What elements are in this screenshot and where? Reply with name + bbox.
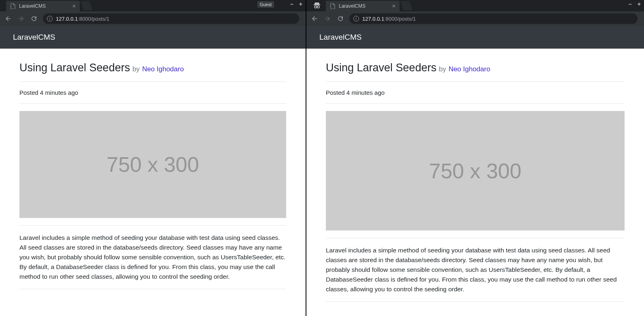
divider: [326, 81, 625, 82]
divider: [19, 225, 286, 226]
svg-point-1: [315, 6, 317, 8]
browser-tab[interactable]: LaravelCMS ×: [6, 1, 80, 11]
svg-rect-0: [314, 4, 321, 5]
forward-button[interactable]: [17, 15, 25, 23]
maximize-icon[interactable]: +: [638, 1, 641, 7]
browser-window-right: LaravelCMS × – + i 127.0.0.1:8000/posts/…: [306, 0, 644, 316]
url-text: 127.0.0.1:8000/posts/1: [362, 16, 416, 22]
tab-bar: LaravelCMS × Guest – +: [0, 0, 306, 11]
window-controls: – +: [629, 1, 641, 7]
page-content: Using Laravel Seeders by Neo Ighodaro Po…: [0, 49, 306, 316]
page-content: Using Laravel Seeders by Neo Ighodaro Po…: [306, 49, 644, 316]
divider: [19, 81, 286, 82]
post-header: Using Laravel Seeders by Neo Ighodaro: [326, 62, 625, 74]
divider: [19, 103, 286, 104]
browser-toolbar: i 127.0.0.1:8000/posts/1: [0, 11, 306, 26]
address-bar[interactable]: i 127.0.0.1:8000/posts/1: [43, 13, 299, 24]
minimize-icon[interactable]: –: [290, 1, 293, 7]
page-icon: [10, 3, 16, 9]
post-body: Laravel includes a simple method of seed…: [19, 233, 286, 282]
reload-button[interactable]: [336, 15, 344, 23]
minimize-icon[interactable]: –: [629, 1, 632, 7]
forward-button[interactable]: [323, 15, 332, 23]
tab-title: LaravelCMS: [339, 3, 389, 9]
divider: [326, 301, 625, 302]
app-brand[interactable]: LaravelCMS: [13, 33, 55, 42]
by-label: by: [132, 65, 140, 73]
by-label: by: [439, 65, 446, 73]
profile-badge-guest[interactable]: Guest: [257, 1, 274, 8]
divider: [326, 103, 625, 104]
author-link[interactable]: Neo Ighodaro: [448, 65, 490, 73]
divider: [19, 289, 286, 289]
post-body: Laravel includes a simple method of seed…: [326, 246, 625, 294]
browser-toolbar: i 127.0.0.1:8000/posts/1: [306, 11, 644, 26]
url-text: 127.0.0.1:8000/posts/1: [56, 16, 109, 22]
app-brand[interactable]: LaravelCMS: [319, 33, 362, 42]
reload-button[interactable]: [30, 15, 38, 23]
post-title: Using Laravel Seeders: [19, 62, 130, 74]
app-navbar: LaravelCMS: [0, 26, 306, 49]
maximize-icon[interactable]: +: [299, 1, 302, 7]
tab-bar: LaravelCMS × – +: [306, 0, 644, 11]
post-title: Using Laravel Seeders: [326, 62, 436, 74]
svg-point-2: [317, 6, 319, 8]
posted-time: Posted 4 minutes ago: [326, 89, 625, 96]
incognito-icon: [313, 2, 321, 11]
back-button[interactable]: [310, 15, 319, 23]
post-image-placeholder: 750 x 300: [19, 111, 286, 218]
close-tab-icon[interactable]: ×: [72, 3, 76, 9]
post-image-placeholder: 750 x 300: [326, 111, 625, 231]
browser-window-left: LaravelCMS × Guest – + i 127.0.0.1:8000/…: [0, 0, 306, 316]
page-icon: [330, 3, 336, 9]
window-controls: – +: [290, 1, 302, 7]
site-info-icon[interactable]: i: [353, 16, 359, 21]
back-button[interactable]: [4, 15, 12, 23]
address-bar[interactable]: i 127.0.0.1:8000/posts/1: [349, 13, 638, 24]
tab-title: LaravelCMS: [19, 3, 69, 9]
close-tab-icon[interactable]: ×: [392, 3, 395, 9]
app-navbar: LaravelCMS: [306, 26, 644, 49]
post-header: Using Laravel Seeders by Neo Ighodaro: [19, 62, 286, 74]
posted-time: Posted 4 minutes ago: [19, 89, 286, 96]
site-info-icon[interactable]: i: [47, 16, 53, 21]
author-link[interactable]: Neo Ighodaro: [142, 65, 184, 73]
new-tab-button[interactable]: [81, 1, 92, 10]
browser-tab[interactable]: LaravelCMS ×: [326, 1, 400, 11]
new-tab-button[interactable]: [400, 1, 412, 10]
divider: [326, 238, 625, 238]
